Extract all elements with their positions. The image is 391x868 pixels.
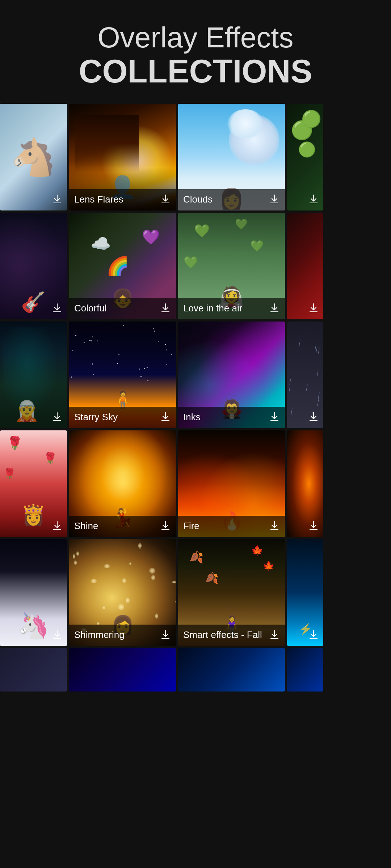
- header-title: Overlay Effects: [14, 22, 377, 54]
- collection-item-smart-effects-fall[interactable]: 🍂 🍁 🍂 🍁 🧍‍♀️ Smart effects - Fall: [178, 539, 285, 646]
- download-button-fairy-forest[interactable]: [52, 411, 63, 423]
- grid-row-2: 🎸 ☁️ 💜 🌈 👧 Colorful 💚 💚 💚 💚 👰 Love in th…: [0, 213, 391, 319]
- grid-row-3: 🧝 🧍 Starry Sky 🧛 Inks: [0, 322, 391, 428]
- bottom-cell-bottom-2: [69, 648, 176, 692]
- collection-item-shimmering[interactable]: 👩 Shimmering: [69, 539, 176, 646]
- download-button-colorful[interactable]: [160, 302, 171, 314]
- header-subtitle: COLLECTIONS: [14, 54, 377, 89]
- item-label-fire: Fire: [183, 520, 199, 532]
- collection-item-starry-sky[interactable]: 🧍 Starry Sky: [69, 322, 176, 428]
- download-button-roses-dress[interactable]: [52, 520, 63, 532]
- collection-item-lens-flares[interactable]: 👤 Lens Flares: [69, 104, 176, 210]
- download-button-lens-flares[interactable]: [160, 193, 171, 205]
- collection-item-love-in-air[interactable]: 💚 💚 💚 💚 👰 Love in the air: [178, 213, 285, 319]
- collection-item-colo-partial[interactable]: [287, 213, 323, 319]
- grid-row-1: 🐴 👤 Lens Flares 👩 Clouds 🟢 🟢 🟢: [0, 104, 391, 210]
- collection-item-unicorn[interactable]: 🦄: [0, 539, 67, 646]
- download-button-smart-effects-fall[interactable]: [269, 629, 280, 641]
- collection-item-roses-dress[interactable]: 🌹 🌹 🌹 👸: [0, 430, 67, 537]
- download-button-abstract-partial[interactable]: [308, 520, 319, 532]
- download-button-green-balloons[interactable]: [308, 193, 319, 205]
- download-button-rain-partial[interactable]: [308, 411, 319, 423]
- collection-item-green-balloons[interactable]: 🟢 🟢 🟢: [287, 104, 323, 210]
- item-label-inks: Inks: [183, 412, 201, 423]
- download-button-starry-sky[interactable]: [160, 411, 171, 423]
- item-label-colorful: Colorful: [74, 303, 107, 314]
- collection-item-fire[interactable]: 🔥 Fire: [178, 430, 285, 537]
- download-button-clouds[interactable]: [269, 193, 280, 205]
- item-label-love-in-air: Love in the air: [183, 303, 242, 314]
- download-button-love-in-air[interactable]: [269, 302, 280, 314]
- bottom-cell-bottom-3: [178, 648, 285, 692]
- item-label-starry-sky: Starry Sky: [74, 412, 118, 423]
- collection-item-fairy-forest[interactable]: 🧝: [0, 322, 67, 428]
- grid-row-5: 🦄 👩 Shimmering 🍂 🍁 🍂 🍁 🧍‍♀️ Smart effect…: [0, 539, 391, 646]
- item-label-lens-flares: Lens Flares: [74, 194, 123, 205]
- download-button-shimmering[interactable]: [160, 629, 171, 641]
- collection-item-hitech-partial[interactable]: ⚡: [287, 539, 323, 646]
- collections-grid: 🐴 👤 Lens Flares 👩 Clouds 🟢 🟢 🟢: [0, 104, 391, 692]
- collection-item-inks[interactable]: 🧛 Inks: [178, 322, 285, 428]
- collection-item-colorful[interactable]: ☁️ 💜 🌈 👧 Colorful: [69, 213, 176, 319]
- page-container: Overlay Effects COLLECTIONS 🐴 👤 Lens Fla…: [0, 0, 391, 692]
- download-button-fire[interactable]: [269, 520, 280, 532]
- download-button-unicorn[interactable]: [52, 629, 63, 641]
- grid-row-4: 🌹 🌹 🌹 👸 💃 Shine 🔥 Fire: [0, 430, 391, 537]
- item-label-smart-effects-fall: Smart effects - Fall: [183, 629, 262, 641]
- bottom-cell-bottom-1: [0, 648, 67, 692]
- grid-row-bottom: [0, 648, 391, 692]
- collection-item-abstract-partial[interactable]: [287, 430, 323, 537]
- item-label-shine: Shine: [74, 520, 98, 532]
- bottom-cell-bottom-4: [287, 648, 323, 692]
- collection-item-shine[interactable]: 💃 Shine: [69, 430, 176, 537]
- download-button-colo-partial[interactable]: [308, 302, 319, 314]
- item-label-shimmering: Shimmering: [74, 629, 125, 641]
- download-button-shine[interactable]: [160, 520, 171, 532]
- download-button-smoke-guitar[interactable]: [52, 302, 63, 314]
- collection-item-clouds[interactable]: 👩 Clouds: [178, 104, 285, 210]
- collection-item-smoke-guitar[interactable]: 🎸: [0, 213, 67, 319]
- item-label-clouds: Clouds: [183, 194, 213, 205]
- collection-item-water-horse[interactable]: 🐴: [0, 104, 67, 210]
- collection-item-rain-partial[interactable]: [287, 322, 323, 428]
- page-header: Overlay Effects COLLECTIONS: [0, 0, 391, 104]
- download-button-inks[interactable]: [269, 411, 280, 423]
- download-button-water-horse[interactable]: [52, 193, 63, 205]
- download-button-hitech-partial[interactable]: [308, 629, 319, 641]
